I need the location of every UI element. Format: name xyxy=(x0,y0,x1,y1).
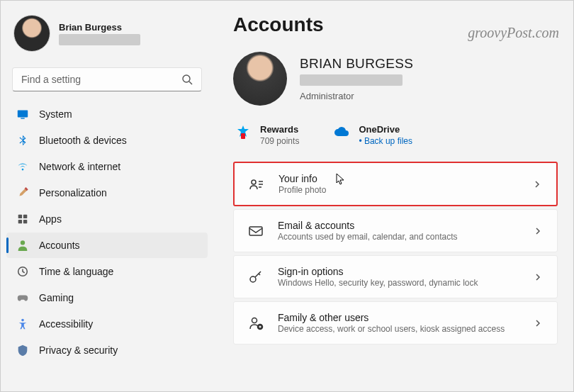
nav-gaming[interactable]: Gaming xyxy=(6,285,208,310)
setting-sub: Accounts used by email, calendar, and co… xyxy=(278,232,519,242)
mail-icon xyxy=(248,223,264,239)
main-content: Accounts BRIAN BURGESS Administrator Rew… xyxy=(213,1,573,391)
chevron-right-icon xyxy=(532,179,542,189)
account-email-redacted xyxy=(300,74,403,86)
nav-privacy[interactable]: Privacy & security xyxy=(6,337,208,363)
nav-label: Personalization xyxy=(39,187,107,198)
svg-point-0 xyxy=(183,75,190,82)
clock-icon xyxy=(16,265,29,278)
account-avatar xyxy=(233,52,287,106)
current-user-profile[interactable]: Brian Burgess xyxy=(6,9,208,65)
page-title: Accounts xyxy=(233,13,558,36)
system-icon xyxy=(16,108,29,121)
nav-network[interactable]: Network & internet xyxy=(6,154,208,179)
nav-label: Gaming xyxy=(39,292,74,303)
account-info: BRIAN BURGESS Administrator xyxy=(300,56,413,101)
sidebar: Brian Burgess System Bluetooth & devices… xyxy=(1,1,213,391)
chevron-right-icon xyxy=(533,272,543,282)
onedrive-card[interactable]: OneDrive Back up files xyxy=(333,124,412,146)
nav-label: Accounts xyxy=(39,240,80,251)
svg-point-13 xyxy=(252,180,256,184)
svg-line-1 xyxy=(189,82,192,84)
rewards-icon xyxy=(235,124,252,141)
account-header: BRIAN BURGESS Administrator xyxy=(233,52,558,106)
setting-text: Email & accounts Accounts used by email,… xyxy=(278,220,519,242)
setting-email-accounts[interactable]: Email & accounts Accounts used by email,… xyxy=(233,209,558,252)
shield-icon xyxy=(16,344,29,357)
svg-rect-12 xyxy=(241,133,245,139)
setting-sub: Device access, work or school users, kio… xyxy=(278,324,519,334)
setting-text: Family & other users Device access, work… xyxy=(278,312,519,334)
nav-label: Accessibility xyxy=(39,318,93,330)
card-sub: 709 points xyxy=(260,136,299,146)
svg-rect-6 xyxy=(23,215,27,218)
nav-time-language[interactable]: Time & language xyxy=(6,259,208,284)
account-name: BRIAN BURGESS xyxy=(300,56,413,72)
person-icon xyxy=(16,239,29,252)
nav-personalization[interactable]: Personalization xyxy=(6,180,208,206)
card-text: Rewards 709 points xyxy=(260,124,299,146)
card-title: OneDrive xyxy=(359,124,412,135)
setting-title: Email & accounts xyxy=(278,220,519,231)
svg-point-19 xyxy=(252,318,257,323)
svg-rect-3 xyxy=(21,118,24,118)
card-text: OneDrive Back up files xyxy=(359,124,412,146)
svg-rect-8 xyxy=(23,220,27,223)
status-cards: Rewards 709 points OneDrive Back up file… xyxy=(233,124,558,146)
setting-family-users[interactable]: Family & other users Device access, work… xyxy=(233,301,558,345)
svg-rect-5 xyxy=(18,215,22,218)
search-box[interactable] xyxy=(12,67,202,91)
settings-list: Your info Profile photo Email & accounts… xyxy=(233,162,558,345)
avatar xyxy=(13,15,50,52)
nav-bluetooth[interactable]: Bluetooth & devices xyxy=(6,128,208,153)
profile-name: Brian Burgess xyxy=(59,22,140,33)
svg-rect-7 xyxy=(18,220,22,223)
search-input[interactable] xyxy=(21,74,181,85)
paintbrush-icon xyxy=(16,186,29,199)
account-role: Administrator xyxy=(300,91,413,101)
setting-text: Sign-in options Windows Hello, security … xyxy=(278,266,519,288)
setting-text: Your info Profile photo xyxy=(278,173,518,195)
nav-label: System xyxy=(39,108,72,120)
svg-point-18 xyxy=(250,276,256,282)
setting-sub: Windows Hello, security key, password, d… xyxy=(278,278,519,288)
setting-signin-options[interactable]: Sign-in options Windows Hello, security … xyxy=(233,255,558,298)
setting-title: Your info xyxy=(278,173,518,184)
key-icon xyxy=(248,269,264,285)
search-icon xyxy=(181,74,193,85)
nav-label: Network & internet xyxy=(39,161,120,172)
setting-title: Family & other users xyxy=(278,312,519,323)
nav-label: Time & language xyxy=(39,266,113,277)
setting-title: Sign-in options xyxy=(278,266,519,277)
svg-rect-2 xyxy=(18,111,28,118)
person-card-icon xyxy=(249,177,264,192)
gamepad-icon xyxy=(16,291,29,304)
cloud-icon xyxy=(333,124,350,141)
apps-icon xyxy=(16,213,29,225)
profile-email-redacted xyxy=(59,34,140,45)
accessibility-icon xyxy=(16,318,29,330)
nav-label: Privacy & security xyxy=(39,345,118,356)
profile-info: Brian Burgess xyxy=(59,22,140,45)
svg-point-11 xyxy=(21,319,24,322)
nav-system[interactable]: System xyxy=(6,101,208,127)
nav-accounts[interactable]: Accounts xyxy=(6,233,208,258)
bluetooth-icon xyxy=(16,134,29,147)
chevron-right-icon xyxy=(533,318,543,328)
nav: System Bluetooth & devices Network & int… xyxy=(6,101,208,363)
nav-label: Apps xyxy=(39,213,62,225)
setting-your-info[interactable]: Your info Profile photo xyxy=(233,162,558,206)
svg-rect-17 xyxy=(249,227,262,235)
people-plus-icon xyxy=(248,315,264,331)
card-link[interactable]: Back up files xyxy=(359,136,412,146)
chevron-right-icon xyxy=(533,226,543,236)
card-title: Rewards xyxy=(260,124,299,135)
nav-accessibility[interactable]: Accessibility xyxy=(6,311,208,337)
wifi-icon xyxy=(16,160,29,173)
rewards-card[interactable]: Rewards 709 points xyxy=(235,124,299,146)
svg-point-9 xyxy=(21,240,25,245)
nav-apps[interactable]: Apps xyxy=(6,206,208,232)
nav-label: Bluetooth & devices xyxy=(39,135,127,146)
setting-sub: Profile photo xyxy=(278,185,518,195)
